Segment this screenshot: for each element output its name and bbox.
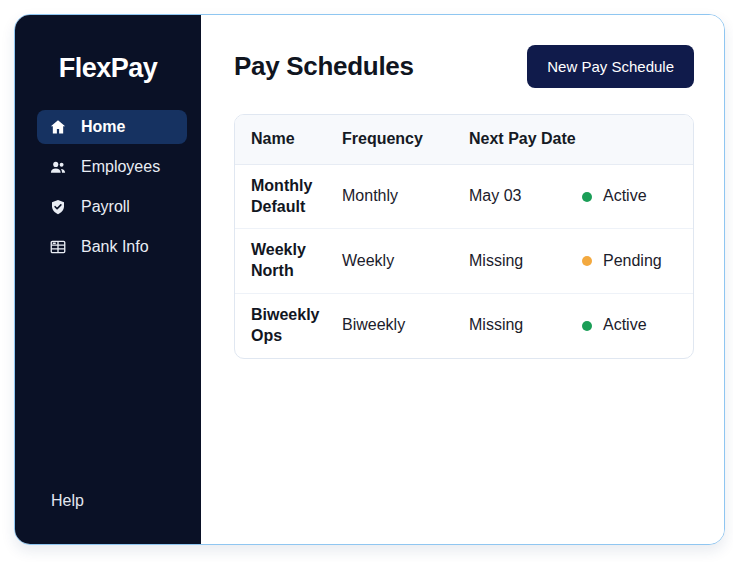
- users-icon: [49, 158, 67, 176]
- sidebar-item-home[interactable]: Home: [37, 110, 187, 144]
- status-dot: [582, 256, 592, 266]
- sidebar-item-label: Employees: [81, 158, 160, 176]
- new-pay-schedule-button[interactable]: New Pay Schedule: [527, 45, 694, 88]
- sidebar-item-label: Home: [81, 118, 125, 136]
- cell-frequency: Monthly: [342, 175, 469, 218]
- cell-name: Monthly Default: [235, 165, 335, 229]
- column-header-next-pay-date: Next Pay Date: [469, 115, 582, 164]
- sidebar-item-label: Payroll: [81, 198, 130, 216]
- column-header-status: [582, 125, 693, 153]
- cell-name: Weekly North: [235, 229, 335, 293]
- sidebar-item-employees[interactable]: Employees: [37, 150, 187, 184]
- app-window: FlexPay Home Employees Payroll: [14, 14, 725, 545]
- cell-status: Active: [582, 304, 693, 347]
- table-row: Weekly North Weekly Missing Pending: [235, 229, 693, 294]
- cell-status: Active: [582, 175, 693, 218]
- table-header-row: Name Frequency Next Pay Date: [235, 115, 693, 165]
- sidebar: FlexPay Home Employees Payroll: [15, 15, 201, 544]
- column-header-frequency: Frequency: [342, 115, 469, 164]
- sidebar-nav: Home Employees Payroll Bank Info: [15, 110, 201, 264]
- table-row: Monthly Default Monthly May 03 Active: [235, 165, 693, 230]
- cell-frequency: Weekly: [342, 240, 469, 283]
- sidebar-item-label: Bank Info: [81, 238, 149, 256]
- status-dot: [582, 192, 592, 202]
- cell-name: Biweekly Ops: [235, 294, 335, 358]
- home-icon: [49, 118, 67, 136]
- pay-schedules-table: Name Frequency Next Pay Date Monthly Def…: [234, 114, 694, 359]
- status-label: Pending: [603, 251, 662, 272]
- status-label: Active: [603, 186, 647, 207]
- status-dot: [582, 321, 592, 331]
- main-header: Pay Schedules New Pay Schedule: [234, 45, 694, 88]
- cell-next-pay-date: Missing: [469, 240, 582, 283]
- brand-logo: FlexPay: [15, 53, 201, 84]
- column-header-name: Name: [235, 115, 342, 164]
- table-row: Biweekly Ops Biweekly Missing Active: [235, 294, 693, 358]
- sidebar-footer: Help: [15, 492, 201, 544]
- main-content: Pay Schedules New Pay Schedule Name Freq…: [201, 15, 724, 544]
- cell-next-pay-date: Missing: [469, 304, 582, 347]
- status-label: Active: [603, 315, 647, 336]
- page-title: Pay Schedules: [234, 51, 414, 82]
- sidebar-item-bank-info[interactable]: Bank Info: [37, 230, 187, 264]
- help-link[interactable]: Help: [51, 492, 84, 509]
- bank-ledger-icon: [49, 238, 67, 256]
- cell-frequency: Biweekly: [342, 304, 469, 347]
- sidebar-item-payroll[interactable]: Payroll: [37, 190, 187, 224]
- cell-status: Pending: [582, 240, 693, 283]
- shield-check-icon: [49, 198, 67, 216]
- table-body: Monthly Default Monthly May 03 Active We…: [235, 165, 693, 358]
- cell-next-pay-date: May 03: [469, 175, 582, 218]
